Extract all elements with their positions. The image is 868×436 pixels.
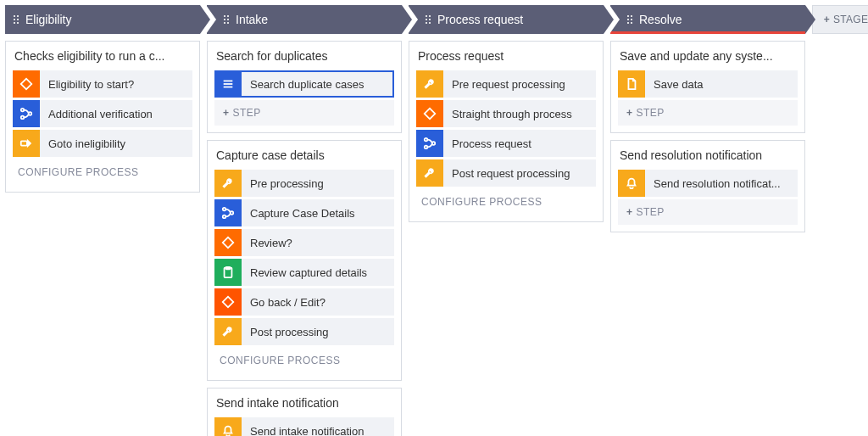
clipboard-glyph xyxy=(221,266,235,279)
step-row[interactable]: Review? xyxy=(214,229,394,256)
step-label: Send resolution notificat... xyxy=(645,177,798,190)
drag-handle-icon[interactable] xyxy=(426,15,431,24)
configure-process-button[interactable]: CONFIGURE PROCESS xyxy=(416,189,596,215)
arrow_right-icon xyxy=(13,130,40,157)
process-title[interactable]: Checks eligibility to run a c... xyxy=(6,42,199,70)
step-label: Eligibility to start? xyxy=(40,78,192,91)
step-label: Pre request processing xyxy=(443,78,596,91)
diamond-glyph xyxy=(221,236,235,249)
process-card: Process requestPre request processingStr… xyxy=(409,41,604,222)
diamond-icon xyxy=(13,70,40,98)
step-label: Pre processing xyxy=(242,177,394,190)
wrench-icon xyxy=(214,318,242,345)
plus-icon: + xyxy=(824,14,830,25)
stage-title: Resolve xyxy=(639,13,682,26)
stage-board: EligibilityChecks eligibility to run a c… xyxy=(5,5,863,436)
wrench-glyph xyxy=(221,325,235,338)
step-row[interactable]: Review captured details xyxy=(214,259,394,286)
step-row[interactable]: Pre processing xyxy=(214,170,394,197)
wrench-glyph xyxy=(221,176,235,190)
process-card: Save and update any syste...Save data+ST… xyxy=(610,41,805,133)
drag-handle-icon[interactable] xyxy=(224,15,229,24)
process-card: Send resolution notificationSend resolut… xyxy=(610,140,805,232)
stage-column: IntakeSearch for duplicatesSearch duplic… xyxy=(207,5,402,436)
bell-icon xyxy=(214,417,242,436)
stage-header[interactable]: Intake xyxy=(207,5,402,34)
step-row[interactable]: Post processing xyxy=(214,318,394,345)
step-label: Additional verification xyxy=(40,108,192,120)
process-title[interactable]: Search for duplicates xyxy=(208,42,401,70)
step-label: Review? xyxy=(242,237,394,249)
stage-header[interactable]: Eligibility xyxy=(5,5,200,34)
step-row[interactable]: Send resolution notificat... xyxy=(618,170,798,197)
process-title[interactable]: Process request xyxy=(409,42,603,70)
diamond-icon xyxy=(416,100,443,127)
step-row[interactable]: Search duplicate cases xyxy=(214,70,394,98)
add-step-label: STEP xyxy=(637,206,665,218)
wrench-icon xyxy=(416,70,443,98)
diamond-glyph xyxy=(19,77,33,91)
step-row[interactable]: Eligibility to start? xyxy=(13,70,192,98)
step-label: Search duplicate cases xyxy=(242,78,394,91)
step-row[interactable]: Save data xyxy=(618,70,798,98)
process-title[interactable]: Send intake notification xyxy=(208,388,401,417)
wrench-icon xyxy=(214,170,242,197)
stage-column: EligibilityChecks eligibility to run a c… xyxy=(5,5,200,199)
configure-process-button[interactable]: CONFIGURE PROCESS xyxy=(13,159,192,185)
bell-icon xyxy=(618,170,645,197)
process-title[interactable]: Save and update any syste... xyxy=(611,42,804,70)
bell-glyph xyxy=(221,424,235,436)
step-label: Save data xyxy=(645,78,798,91)
process-card: Capture case detailsPre processingCaptur… xyxy=(207,140,402,381)
stage-header[interactable]: Resolve xyxy=(610,5,805,34)
step-row[interactable]: Post request processing xyxy=(416,159,596,187)
diamond-icon xyxy=(214,229,242,256)
drag-handle-icon[interactable] xyxy=(14,15,19,24)
diamond-icon xyxy=(214,288,242,316)
process-title[interactable]: Send resolution notification xyxy=(611,141,804,170)
add-step-button[interactable]: +STEP xyxy=(618,199,798,225)
step-row[interactable]: Capture Case Details xyxy=(214,199,394,226)
stage-title: Eligibility xyxy=(25,13,71,26)
step-label: Send intake notification xyxy=(242,425,394,437)
stage-column: Process requestProcess requestPre reques… xyxy=(409,5,604,229)
step-row[interactable]: Pre request processing xyxy=(416,70,596,98)
step-row[interactable]: Go back / Edit? xyxy=(214,288,394,316)
step-row[interactable]: Send intake notification xyxy=(214,417,394,436)
bell-glyph xyxy=(625,176,638,190)
configure-process-button[interactable]: CONFIGURE PROCESS xyxy=(214,348,394,373)
step-row[interactable]: Process request xyxy=(416,130,596,157)
step-row[interactable]: Goto ineligibility xyxy=(13,130,192,157)
step-row[interactable]: Straight through process xyxy=(416,100,596,127)
arrow_right-glyph xyxy=(19,137,33,150)
file-icon xyxy=(618,70,645,98)
clipboard-icon xyxy=(214,259,242,286)
diamond-glyph xyxy=(423,107,437,120)
wrench-icon xyxy=(416,159,443,187)
step-label: Post processing xyxy=(242,326,394,338)
add-step-button[interactable]: +STEP xyxy=(214,100,394,126)
diamond-glyph xyxy=(221,295,235,309)
stage-title: Intake xyxy=(236,13,268,26)
branch-glyph xyxy=(423,137,437,150)
drag-handle-icon[interactable] xyxy=(627,15,632,24)
plus-icon: + xyxy=(626,107,633,119)
add-stage-label: STAGE xyxy=(833,14,868,25)
add-stage-button[interactable]: + STAGE xyxy=(812,5,868,34)
process-title[interactable]: Capture case details xyxy=(208,141,401,170)
process-card: Search for duplicatesSearch duplicate ca… xyxy=(207,41,402,133)
file-glyph xyxy=(625,77,638,91)
branch-glyph xyxy=(19,107,33,120)
stage-column: ResolveSave and update any syste...Save … xyxy=(610,5,805,239)
step-label: Post request processing xyxy=(443,167,596,180)
process-card: Send intake notificationSend intake noti… xyxy=(207,388,402,436)
stage-header[interactable]: Process request xyxy=(409,5,604,34)
list-icon xyxy=(214,70,242,98)
add-step-label: STEP xyxy=(637,107,665,119)
step-row[interactable]: Additional verification xyxy=(13,100,192,127)
wrench-glyph xyxy=(423,77,437,91)
step-label: Goto ineligibility xyxy=(40,137,192,150)
add-step-button[interactable]: +STEP xyxy=(618,100,798,126)
add-step-label: STEP xyxy=(233,107,261,119)
step-label: Process request xyxy=(443,137,596,150)
